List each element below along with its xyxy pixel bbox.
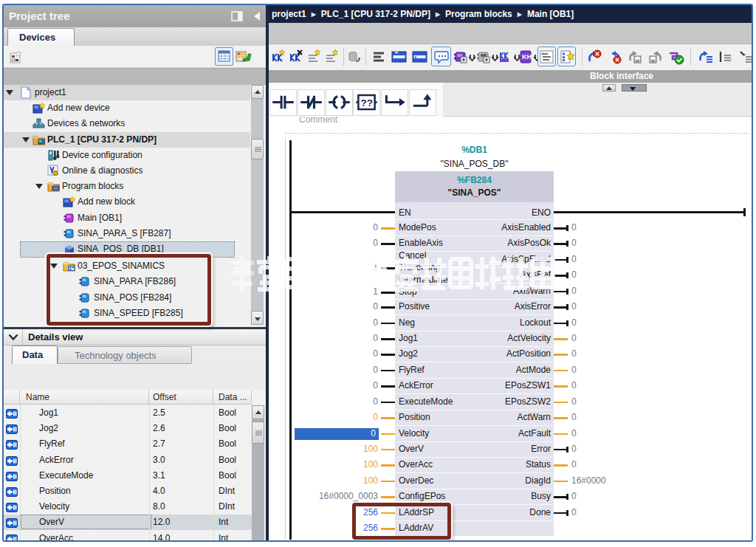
svg-text:KH: KH bbox=[522, 53, 532, 61]
svg-text:??: ?? bbox=[361, 97, 374, 109]
